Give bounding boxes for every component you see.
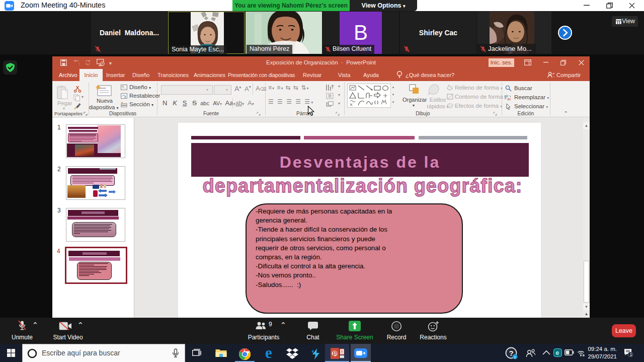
svg-text:e: e <box>556 349 559 356</box>
svg-text:1: 1 <box>629 352 632 357</box>
svg-text:i: i <box>514 355 515 359</box>
svg-text:ac: ac <box>507 97 511 101</box>
svg-text:P: P <box>333 350 337 357</box>
